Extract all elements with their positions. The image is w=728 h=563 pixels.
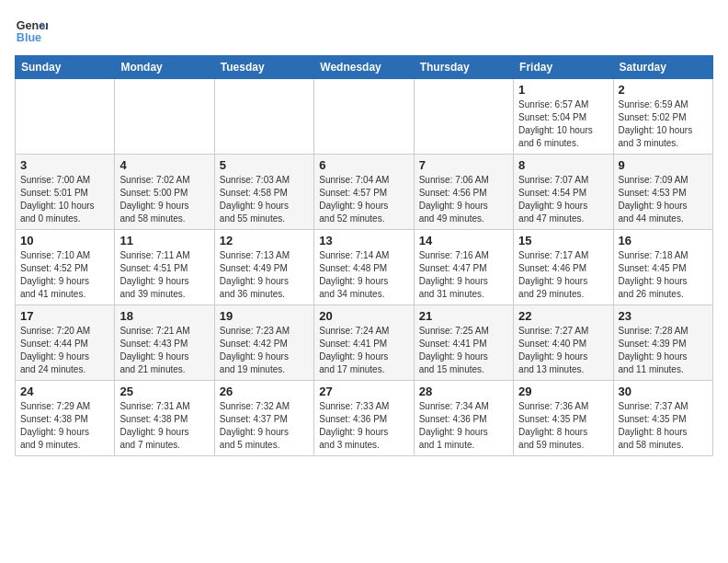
calendar-cell: 22Sunrise: 7:27 AM Sunset: 4:40 PM Dayli… <box>514 305 613 381</box>
weekday-header-row: SundayMondayTuesdayWednesdayThursdayFrid… <box>16 56 713 79</box>
logo: General Blue <box>15 15 48 48</box>
calendar-cell <box>16 79 115 155</box>
calendar-cell: 3Sunrise: 7:00 AM Sunset: 5:01 PM Daylig… <box>16 155 115 230</box>
calendar-cell: 9Sunrise: 7:09 AM Sunset: 4:53 PM Daylig… <box>613 155 712 230</box>
day-number: 21 <box>419 309 508 323</box>
calendar-cell: 1Sunrise: 6:57 AM Sunset: 5:04 PM Daylig… <box>514 79 613 155</box>
day-info: Sunrise: 7:23 AM Sunset: 4:42 PM Dayligh… <box>220 325 309 376</box>
weekday-thursday: Thursday <box>414 56 513 79</box>
calendar-cell: 24Sunrise: 7:29 AM Sunset: 4:38 PM Dayli… <box>16 381 115 456</box>
day-info: Sunrise: 7:11 AM Sunset: 4:51 PM Dayligh… <box>119 249 209 301</box>
calendar-cell: 4Sunrise: 7:02 AM Sunset: 5:00 PM Daylig… <box>115 155 214 230</box>
svg-text:Blue: Blue <box>17 31 41 44</box>
calendar-week-4: 17Sunrise: 7:20 AM Sunset: 4:44 PM Dayli… <box>16 305 713 381</box>
calendar-cell: 8Sunrise: 7:07 AM Sunset: 4:54 PM Daylig… <box>514 155 613 230</box>
header: General Blue <box>15 15 713 48</box>
calendar-cell: 23Sunrise: 7:28 AM Sunset: 4:39 PM Dayli… <box>613 305 712 381</box>
calendar-cell: 17Sunrise: 7:20 AM Sunset: 4:44 PM Dayli… <box>16 305 115 381</box>
day-info: Sunrise: 7:33 AM Sunset: 4:36 PM Dayligh… <box>319 400 408 452</box>
day-number: 16 <box>619 234 708 247</box>
day-info: Sunrise: 7:27 AM Sunset: 4:40 PM Dayligh… <box>518 325 608 376</box>
calendar-cell: 12Sunrise: 7:13 AM Sunset: 4:49 PM Dayli… <box>214 230 313 305</box>
day-number: 7 <box>419 158 508 172</box>
calendar-cell: 29Sunrise: 7:36 AM Sunset: 4:35 PM Dayli… <box>514 381 613 456</box>
day-info: Sunrise: 7:02 AM Sunset: 5:00 PM Dayligh… <box>119 174 209 225</box>
day-number: 20 <box>319 309 408 323</box>
day-info: Sunrise: 7:06 AM Sunset: 4:56 PM Dayligh… <box>419 174 508 225</box>
day-number: 3 <box>20 158 109 172</box>
day-info: Sunrise: 7:20 AM Sunset: 4:44 PM Dayligh… <box>20 325 109 376</box>
day-info: Sunrise: 7:29 AM Sunset: 4:38 PM Dayligh… <box>20 400 109 452</box>
day-number: 29 <box>518 385 608 398</box>
day-number: 25 <box>119 385 209 398</box>
calendar-cell <box>314 79 414 155</box>
day-info: Sunrise: 7:00 AM Sunset: 5:01 PM Dayligh… <box>20 174 109 225</box>
calendar-cell: 30Sunrise: 7:37 AM Sunset: 4:35 PM Dayli… <box>613 381 712 456</box>
calendar-cell <box>214 79 313 155</box>
calendar-cell: 15Sunrise: 7:17 AM Sunset: 4:46 PM Dayli… <box>514 230 613 305</box>
day-info: Sunrise: 7:21 AM Sunset: 4:43 PM Dayligh… <box>119 325 209 376</box>
calendar-cell: 19Sunrise: 7:23 AM Sunset: 4:42 PM Dayli… <box>214 305 313 381</box>
day-info: Sunrise: 6:59 AM Sunset: 5:02 PM Dayligh… <box>619 98 708 150</box>
day-info: Sunrise: 7:18 AM Sunset: 4:45 PM Dayligh… <box>619 249 708 301</box>
calendar-cell: 20Sunrise: 7:24 AM Sunset: 4:41 PM Dayli… <box>314 305 414 381</box>
calendar-cell: 18Sunrise: 7:21 AM Sunset: 4:43 PM Dayli… <box>115 305 214 381</box>
calendar-cell: 6Sunrise: 7:04 AM Sunset: 4:57 PM Daylig… <box>314 155 414 230</box>
day-info: Sunrise: 7:13 AM Sunset: 4:49 PM Dayligh… <box>220 249 309 301</box>
weekday-wednesday: Wednesday <box>314 56 414 79</box>
calendar-cell: 10Sunrise: 7:10 AM Sunset: 4:52 PM Dayli… <box>16 230 115 305</box>
day-number: 9 <box>619 158 708 172</box>
day-number: 28 <box>419 385 508 398</box>
calendar-cell: 13Sunrise: 7:14 AM Sunset: 4:48 PM Dayli… <box>314 230 414 305</box>
day-number: 10 <box>20 234 109 247</box>
day-number: 17 <box>20 309 109 323</box>
day-number: 4 <box>119 158 209 172</box>
day-number: 6 <box>319 158 408 172</box>
day-number: 14 <box>419 234 508 247</box>
day-number: 18 <box>119 309 209 323</box>
weekday-saturday: Saturday <box>613 56 712 79</box>
day-number: 1 <box>518 83 608 97</box>
day-number: 2 <box>619 83 708 97</box>
calendar-cell: 21Sunrise: 7:25 AM Sunset: 4:41 PM Dayli… <box>414 305 513 381</box>
day-number: 19 <box>220 309 309 323</box>
day-info: Sunrise: 7:04 AM Sunset: 4:57 PM Dayligh… <box>319 174 408 225</box>
logo-icon: General Blue <box>15 15 48 48</box>
calendar-table: SundayMondayTuesdayWednesdayThursdayFrid… <box>15 55 713 456</box>
day-number: 23 <box>619 309 708 323</box>
calendar-cell <box>414 79 513 155</box>
day-info: Sunrise: 7:36 AM Sunset: 4:35 PM Dayligh… <box>518 400 608 452</box>
day-number: 13 <box>319 234 408 247</box>
calendar-body: 1Sunrise: 6:57 AM Sunset: 5:04 PM Daylig… <box>16 79 713 456</box>
calendar-week-2: 3Sunrise: 7:00 AM Sunset: 5:01 PM Daylig… <box>16 155 713 230</box>
weekday-sunday: Sunday <box>16 56 115 79</box>
day-info: Sunrise: 7:07 AM Sunset: 4:54 PM Dayligh… <box>518 174 608 225</box>
day-number: 15 <box>518 234 608 247</box>
day-info: Sunrise: 7:32 AM Sunset: 4:37 PM Dayligh… <box>220 400 309 452</box>
day-info: Sunrise: 6:57 AM Sunset: 5:04 PM Dayligh… <box>518 98 608 150</box>
calendar-cell: 2Sunrise: 6:59 AM Sunset: 5:02 PM Daylig… <box>613 79 712 155</box>
calendar-cell: 28Sunrise: 7:34 AM Sunset: 4:36 PM Dayli… <box>414 381 513 456</box>
day-number: 26 <box>220 385 309 398</box>
calendar-cell: 25Sunrise: 7:31 AM Sunset: 4:38 PM Dayli… <box>115 381 214 456</box>
day-info: Sunrise: 7:14 AM Sunset: 4:48 PM Dayligh… <box>319 249 408 301</box>
day-number: 8 <box>518 158 608 172</box>
day-info: Sunrise: 7:28 AM Sunset: 4:39 PM Dayligh… <box>619 325 708 376</box>
calendar-cell: 16Sunrise: 7:18 AM Sunset: 4:45 PM Dayli… <box>613 230 712 305</box>
weekday-friday: Friday <box>514 56 613 79</box>
day-info: Sunrise: 7:17 AM Sunset: 4:46 PM Dayligh… <box>518 249 608 301</box>
calendar-cell: 7Sunrise: 7:06 AM Sunset: 4:56 PM Daylig… <box>414 155 513 230</box>
day-number: 11 <box>119 234 209 247</box>
calendar-cell: 27Sunrise: 7:33 AM Sunset: 4:36 PM Dayli… <box>314 381 414 456</box>
day-info: Sunrise: 7:25 AM Sunset: 4:41 PM Dayligh… <box>419 325 508 376</box>
day-info: Sunrise: 7:37 AM Sunset: 4:35 PM Dayligh… <box>619 400 708 452</box>
day-number: 30 <box>619 385 708 398</box>
calendar-week-5: 24Sunrise: 7:29 AM Sunset: 4:38 PM Dayli… <box>16 381 713 456</box>
day-number: 22 <box>518 309 608 323</box>
day-info: Sunrise: 7:03 AM Sunset: 4:58 PM Dayligh… <box>220 174 309 225</box>
calendar-cell: 5Sunrise: 7:03 AM Sunset: 4:58 PM Daylig… <box>214 155 313 230</box>
day-number: 5 <box>220 158 309 172</box>
calendar-cell: 26Sunrise: 7:32 AM Sunset: 4:37 PM Dayli… <box>214 381 313 456</box>
day-info: Sunrise: 7:16 AM Sunset: 4:47 PM Dayligh… <box>419 249 508 301</box>
day-number: 27 <box>319 385 408 398</box>
